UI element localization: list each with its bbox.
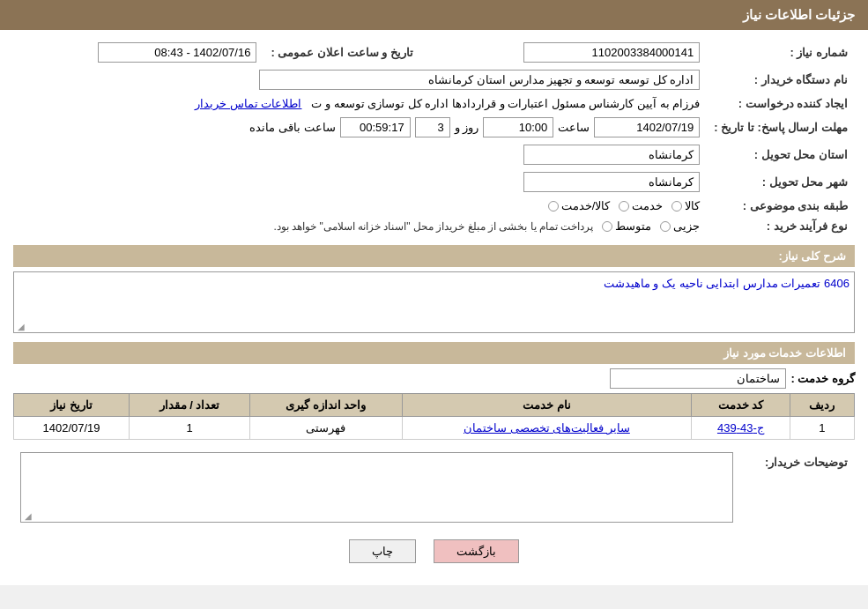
purchase-option-1[interactable]: جزیی — [660, 219, 700, 233]
cell-date: 1402/07/19 — [14, 417, 130, 440]
cell-quantity: 1 — [130, 417, 250, 440]
group-label: گروه خدمت : — [790, 372, 855, 385]
deadline-time: 10:00 — [483, 117, 553, 137]
print-button[interactable]: چاپ — [349, 539, 416, 563]
purchase-note: پرداخت تمام یا بخشی از مبلغ خریداز محل "… — [273, 220, 593, 233]
description-text: 6406 تعمیرات مدارس ابتدایی ناحیه یک و ما… — [14, 272, 854, 294]
deadline-remaining: 00:59:17 — [340, 117, 411, 137]
purchase-label-2: متوسط — [615, 219, 651, 233]
group-value: ساختمان — [610, 368, 786, 389]
org-value: اداره کل توسعه توسعه و تجهیز مدارس استان… — [259, 70, 700, 90]
category-label-3: کالا/خدمت — [561, 199, 611, 212]
deadline-remaining-label: ساعت باقی مانده — [249, 121, 335, 134]
province-value: کرمانشاه — [523, 145, 700, 165]
category-radio-group: کالا خدمت کالا/خدمت — [548, 199, 701, 212]
tender-number-value: 1102003384000141 — [523, 42, 700, 63]
purchase-radio-2[interactable] — [602, 221, 612, 232]
col-date: تاریخ نیاز — [14, 394, 130, 417]
category-option-3[interactable]: کالا/خدمت — [548, 199, 611, 212]
description-box: 6406 تعمیرات مدارس ابتدایی ناحیه یک و ما… — [13, 271, 855, 333]
creator-label: ایجاد کننده درخواست : — [707, 93, 855, 114]
province-label: استان محل تحویل : — [707, 141, 855, 168]
purchase-option-2[interactable]: متوسط — [602, 219, 651, 233]
table-row: 1ج-43-439سایر فعالیت‌های تخصصی ساختمانفه… — [14, 417, 855, 440]
cell-name: سایر فعالیت‌های تخصصی ساختمان — [402, 417, 691, 440]
services-table: ردیف کد خدمت نام خدمت واحد اندازه گیری ت… — [13, 393, 855, 440]
purchase-label-1: جزیی — [673, 219, 700, 233]
category-option-2[interactable]: خدمت — [619, 199, 663, 212]
button-row: بازگشت چاپ — [13, 539, 855, 563]
buyer-desc-label: توضیحات خریدار: — [740, 449, 855, 526]
category-label-1: کالا — [685, 199, 700, 212]
services-section-title: اطلاعات خدمات مورد نیاز — [13, 342, 855, 364]
purchase-radio-1[interactable] — [660, 221, 671, 232]
category-option-1[interactable]: کالا — [671, 199, 700, 212]
category-radio-1[interactable] — [671, 201, 682, 212]
buyer-resize-handle[interactable]: ◢ — [23, 511, 32, 520]
buyer-desc-box: ◢ — [20, 452, 733, 523]
creator-contact-link[interactable]: اطلاعات تماس خریدار — [195, 97, 301, 110]
category-radio-3[interactable] — [548, 201, 559, 212]
city-value: کرمانشاه — [523, 172, 700, 192]
purchase-type-label: نوع فرآیند خرید : — [707, 216, 855, 236]
col-index: ردیف — [790, 394, 854, 417]
col-name: نام خدمت — [402, 394, 691, 417]
deadline-date: 1402/07/19 — [594, 117, 700, 137]
resize-handle[interactable]: ◢ — [16, 322, 25, 330]
category-label-2: خدمت — [632, 199, 663, 212]
back-button[interactable]: بازگشت — [434, 539, 519, 563]
deadline-day-label: روز و — [455, 121, 479, 134]
org-label: نام دستگاه خریدار : — [707, 66, 855, 93]
cell-index: 1 — [790, 417, 854, 440]
col-unit: واحد اندازه گیری — [249, 394, 402, 417]
deadline-days: 3 — [415, 117, 450, 137]
deadline-time-label: ساعت — [558, 121, 590, 134]
col-code: کد خدمت — [692, 394, 790, 417]
deadline-label: مهلت ارسال پاسخ: تا تاریخ : — [707, 114, 855, 141]
cell-unit: فهرستی — [249, 417, 402, 440]
description-section-title: شرح کلی نیاز: — [13, 245, 855, 267]
city-label: شهر محل تحویل : — [707, 168, 855, 196]
col-quantity: تعداد / مقدار — [130, 394, 250, 417]
cell-code: ج-43-439 — [692, 417, 790, 440]
category-label: طبقه بندی موضوعی : — [707, 196, 855, 216]
announce-date-value: 1402/07/16 - 08:43 — [98, 42, 256, 63]
page-header: جزئیات اطلاعات نیاز — [0, 0, 868, 30]
category-radio-2[interactable] — [619, 201, 629, 212]
group-service-row: گروه خدمت : ساختمان — [13, 368, 855, 389]
page-title: جزئیات اطلاعات نیاز — [743, 7, 855, 22]
announce-date-label: تاریخ و ساعت اعلان عمومی : — [263, 39, 430, 66]
tender-number-label: شماره نیاز : — [707, 39, 855, 66]
creator-value: فرزام به آیین کارشناس مسئول اعتبارات و ق… — [311, 97, 700, 110]
